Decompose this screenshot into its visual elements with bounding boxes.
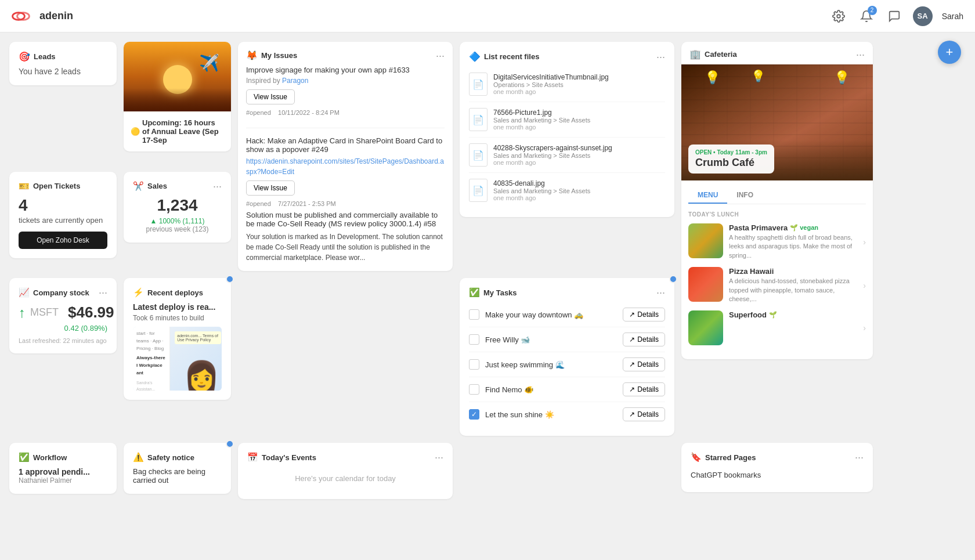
deploys-header: ⚡ Recent deploys	[133, 287, 222, 298]
files-menu-button[interactable]: ···	[656, 52, 665, 62]
tab-info[interactable]: INFO	[727, 187, 763, 204]
avatar[interactable]: SA	[913, 6, 933, 26]
file-info-4: 40835-denali.jpg Sales and Marketing > S…	[493, 179, 590, 201]
lamp-icon-3: 💡	[834, 70, 850, 85]
deploys-card: ⚡ Recent deploys Latest deploy is rea...…	[124, 278, 231, 400]
task-label-4: Find Nemo 🐠	[485, 385, 617, 394]
ticket-subtitle: tickets are currently open	[19, 216, 107, 225]
task-details-1-button[interactable]: ↗ Details	[623, 308, 665, 321]
starred-menu-button[interactable]: ···	[855, 452, 864, 463]
view-issue-2-button[interactable]: View Issue	[246, 180, 295, 196]
logo[interactable]: adenin	[12, 8, 73, 24]
starred-item-1[interactable]: ChatGPT bookmarks	[691, 467, 864, 483]
issues-menu-button[interactable]: ···	[436, 50, 445, 61]
superfood-arrow-icon[interactable]: ›	[863, 323, 866, 333]
issue-item-2: Hack: Make an Adaptive Card in SharePoin…	[246, 136, 445, 263]
stock-card: 📈 Company stock ··· ↑ MSFT $46.99 0.42 (…	[9, 278, 117, 353]
events-menu-button[interactable]: ···	[435, 452, 443, 463]
file-info-3: 40288-Skyscrapers-against-sunset.jpg Sal…	[493, 144, 612, 166]
deploy-main-title: Latest deploy is rea...	[133, 302, 222, 312]
sales-growth: ▲ 1000% (1,111)	[133, 217, 222, 225]
tickets-header: 🎫 Open Tickets	[19, 181, 107, 192]
settings-icon[interactable]	[829, 7, 848, 26]
task-details-3-button[interactable]: ↗ Details	[623, 357, 665, 371]
cafeteria-title: 🏢 Cafeteria	[689, 49, 737, 60]
notifications-icon[interactable]: 2	[857, 7, 876, 26]
issue-2-subtitle: Solution must be published and commercia…	[246, 211, 445, 228]
issue-item-1: Improve signage for making your own app …	[246, 66, 445, 128]
pizza-arrow-icon[interactable]: ›	[863, 281, 866, 290]
sales-card: ✂️ Sales ··· 1,234 ▲ 1000% (1,111) previ…	[124, 172, 231, 243]
sales-menu-button[interactable]: ···	[213, 181, 222, 192]
issue-2-title: Hack: Make an Adaptive Card in SharePoin…	[246, 136, 445, 154]
issue-1-title: Improve signage for making your own app …	[246, 66, 445, 74]
task-item-5: ✓ Let the sun shine ☀️ ↗ Details	[469, 402, 665, 427]
deploy-sub: Took 6 minutes to build	[133, 314, 222, 322]
cafeteria-tabs: MENU INFO	[688, 187, 866, 204]
view-issue-1-button[interactable]: View Issue	[246, 89, 295, 104]
issue-1-link[interactable]: Paragon	[282, 77, 308, 85]
sales-title: ✂️ Sales	[133, 181, 167, 192]
cafeteria-icon: 🏢	[689, 49, 701, 60]
leads-title: 🎯 Leads	[19, 51, 56, 62]
details-icon-3: ↗	[629, 360, 635, 368]
superfood-info: Superfood 🌱	[729, 310, 857, 319]
stock-menu-button[interactable]: ···	[99, 287, 107, 298]
zoho-icon: 🎫	[19, 181, 30, 192]
deploy-screenshot: start · for teams · App · Pricing · Blog…	[133, 327, 222, 391]
starred-title: 🔖 Starred Pages	[691, 452, 756, 463]
ticket-count: 4	[19, 196, 107, 215]
cafeteria-badge: OPEN • Today 11am - 3pm Crumb Café	[688, 144, 774, 174]
file-info-2: 76566-Picture1.jpg Sales and Marketing >…	[493, 109, 590, 131]
chat-icon[interactable]	[885, 7, 904, 26]
task-checkbox-5[interactable]: ✓	[469, 409, 479, 420]
user-name[interactable]: Sarah	[942, 12, 963, 21]
tasks-notification-dot	[669, 275, 677, 283]
task-checkbox-2[interactable]	[469, 334, 479, 345]
pasta-arrow-icon[interactable]: ›	[863, 237, 866, 247]
logo-text: adenin	[39, 10, 73, 22]
task-checkbox-4[interactable]	[469, 384, 479, 395]
task-label-5: Let the sun shine ☀️	[485, 410, 617, 419]
cafeteria-body: MENU INFO TODAY'S LUNCH Pasta Primavera …	[681, 180, 873, 359]
issue-2-url: https://adenin.sharepoint.com/sites/Test…	[246, 156, 445, 177]
leads-card: 🎯 Leads You have 2 leads	[9, 42, 117, 85]
tasks-menu-button[interactable]: ···	[656, 287, 665, 298]
issue-2-meta: #opened 7/27/2021 - 2:53 PM	[246, 200, 445, 207]
deploys-notification-dot	[226, 275, 234, 283]
tasks-icon: ✅	[469, 287, 480, 298]
task-item-1: Make your way downtown 🚕 ↗ Details	[469, 302, 665, 327]
tasks-title: ✅ My Tasks	[469, 287, 517, 298]
task-details-5-button[interactable]: ↗ Details	[623, 407, 665, 421]
tab-menu[interactable]: MENU	[688, 187, 727, 204]
tickets-card: 🎫 Open Tickets 4 tickets are currently o…	[9, 172, 117, 258]
task-details-4-button[interactable]: ↗ Details	[623, 382, 665, 396]
cafeteria-menu-button[interactable]: ···	[856, 49, 865, 60]
open-zoho-desk-button[interactable]: Open Zoho Desk	[19, 232, 107, 249]
stock-symbol: MSFT	[30, 306, 59, 319]
workflow-title: ✅ Workflow	[19, 452, 67, 463]
safety-title: ⚠️ Safety notice	[133, 452, 194, 463]
stock-row: ↑ MSFT $46.99	[19, 304, 107, 321]
fab-button[interactable]: +	[938, 41, 961, 64]
task-checkbox-3[interactable]	[469, 359, 479, 370]
issue-2-detail: Your solution is marked as In Developmen…	[246, 232, 445, 263]
file-icon-2: 📄	[469, 108, 488, 131]
task-details-2-button[interactable]: ↗ Details	[623, 333, 665, 346]
stock-header: 📈 Company stock ···	[19, 287, 107, 298]
issue-1-inspired: Inspired by Paragon	[246, 77, 445, 85]
safety-notice-card: ⚠️ Safety notice Bag checks are being ca…	[124, 443, 231, 494]
task-label-2: Free Willy 🐋	[485, 335, 617, 344]
issues-header: 🦊 My Issues ···	[246, 50, 445, 61]
workflow-icon: ✅	[19, 452, 30, 463]
task-item-2: Free Willy 🐋 ↗ Details	[469, 327, 665, 352]
task-checkbox-1[interactable]	[469, 309, 479, 320]
meal-superfood: Superfood 🌱 ›	[688, 310, 866, 345]
safety-text: Bag checks are being carried out	[133, 467, 222, 485]
workflow-text: 1 approval pendi...	[19, 467, 107, 476]
tasks-header: ✅ My Tasks ···	[469, 287, 665, 298]
cafeteria-image: 💡 💡 💡 OPEN • Today 11am - 3pm Crumb Café	[681, 64, 873, 180]
issue-1-meta: #opened 10/11/2022 - 8:24 PM	[246, 109, 445, 116]
starred-icon: 🔖	[691, 452, 702, 463]
events-title: 📅 Today's Events	[247, 452, 316, 463]
